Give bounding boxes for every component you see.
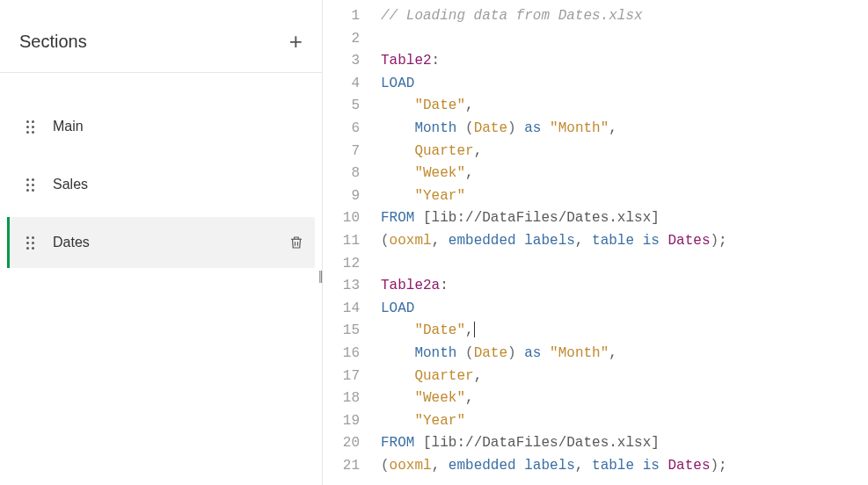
- token-plain: [381, 98, 414, 113]
- code-line[interactable]: Month (Date) as "Month",: [381, 343, 868, 366]
- code-line[interactable]: Quarter,: [381, 141, 868, 163]
- token-plain: [456, 345, 465, 361]
- token-plain: ,: [465, 165, 474, 181]
- code-line[interactable]: (ooxml, embedded labels, table is Dates)…: [381, 230, 868, 253]
- token-plain: ,: [465, 390, 474, 406]
- token-plain: [541, 345, 550, 361]
- line-number: 20: [323, 432, 372, 455]
- token-bracket: [lib://DataFiles/Dates.xlsx]: [423, 210, 660, 226]
- token-plain: ,: [609, 345, 617, 361]
- token-as: as: [524, 120, 541, 136]
- token-func: Month: [414, 345, 456, 361]
- line-number: 3: [323, 50, 372, 73]
- token-keyword: table is: [592, 458, 660, 474]
- token-plain: ,: [575, 458, 592, 474]
- token-id: Quarter: [414, 143, 473, 159]
- token-keyword: embedded labels: [449, 233, 575, 249]
- code-line[interactable]: FROM [lib://DataFiles/Dates.xlsx]: [381, 207, 868, 230]
- token-id: Date: [474, 120, 507, 136]
- code-line[interactable]: Month (Date) as "Month",: [381, 118, 868, 141]
- code-line[interactable]: (ooxml, embedded labels, table is Dates)…: [381, 455, 868, 478]
- section-item-dates[interactable]: Dates: [7, 217, 315, 268]
- token-label: Table2a: [381, 278, 440, 293]
- section-item-sales[interactable]: Sales: [7, 159, 315, 210]
- line-number: 5: [323, 95, 372, 118]
- token-plain: ,: [465, 322, 474, 338]
- code-line[interactable]: Quarter,: [381, 366, 868, 388]
- token-paren: ): [507, 345, 516, 361]
- token-plain: [541, 120, 550, 136]
- token-paren: ): [711, 458, 719, 474]
- token-plain: ,: [432, 458, 449, 474]
- line-number: 6: [323, 118, 372, 141]
- token-paren: (: [465, 345, 474, 361]
- token-string: "Year": [414, 413, 465, 429]
- token-label: Dates: [667, 233, 710, 249]
- token-plain: ,: [465, 98, 474, 113]
- token-plain: [381, 345, 414, 361]
- token-string: "Year": [414, 188, 465, 204]
- code-line[interactable]: "Week",: [381, 163, 868, 185]
- token-plain: [381, 120, 414, 136]
- token-plain: ,: [575, 233, 592, 249]
- token-func: Month: [414, 120, 456, 136]
- drag-handle-icon[interactable]: [23, 120, 37, 134]
- sections-sidebar: Sections + MainSalesDates ||: [0, 0, 323, 485]
- code-line[interactable]: LOAD: [381, 298, 868, 321]
- code-line[interactable]: "Year": [381, 185, 868, 208]
- script-editor[interactable]: 123456789101112131415161718192021 // Loa…: [323, 0, 868, 485]
- line-number: 14: [323, 298, 372, 321]
- token-plain: [381, 390, 414, 406]
- token-plain: :: [440, 278, 449, 293]
- drag-handle-icon[interactable]: [23, 236, 37, 250]
- token-paren: (: [381, 458, 390, 474]
- drag-handle-icon[interactable]: [23, 178, 37, 192]
- code-area[interactable]: // Loading data from Dates.xlsx Table2:L…: [372, 2, 868, 485]
- token-id: ooxml: [390, 458, 432, 474]
- line-number: 1: [323, 5, 372, 28]
- code-line[interactable]: LOAD: [381, 73, 868, 96]
- token-paren: (: [381, 233, 390, 249]
- line-number: 19: [323, 410, 372, 433]
- token-plain: [414, 435, 423, 451]
- token-id: Quarter: [414, 368, 473, 384]
- pane-splitter-handle[interactable]: ||: [318, 269, 325, 286]
- token-plain: [516, 120, 525, 136]
- delete-section-button[interactable]: [288, 234, 304, 251]
- token-plain: ,: [474, 368, 483, 384]
- token-keyword: embedded labels: [449, 458, 575, 474]
- code-line[interactable]: FROM [lib://DataFiles/Dates.xlsx]: [381, 432, 868, 455]
- token-comment: // Loading data from Dates.xlsx: [381, 8, 643, 24]
- token-plain: ,: [432, 233, 449, 249]
- code-line[interactable]: "Date",: [381, 95, 868, 118]
- sidebar-header: Sections +: [0, 0, 322, 73]
- code-line[interactable]: [381, 253, 868, 276]
- token-plain: [414, 210, 423, 226]
- line-number: 11: [323, 230, 372, 253]
- token-as: as: [524, 345, 541, 361]
- code-line[interactable]: Table2a:: [381, 275, 868, 298]
- code-line[interactable]: "Year": [381, 410, 868, 433]
- token-paren: ): [711, 233, 719, 249]
- section-item-main[interactable]: Main: [7, 101, 315, 152]
- token-plain: [381, 322, 414, 338]
- token-plain: [381, 165, 414, 181]
- token-plain: ;: [718, 233, 727, 249]
- code-line[interactable]: [381, 28, 868, 51]
- code-line[interactable]: // Loading data from Dates.xlsx: [381, 5, 868, 28]
- line-number: 17: [323, 366, 372, 388]
- token-string: "Date": [414, 322, 465, 338]
- line-number: 18: [323, 387, 372, 410]
- line-number: 7: [323, 141, 372, 163]
- trash-icon: [288, 234, 304, 251]
- token-label: Table2: [381, 53, 432, 69]
- token-string: "Month": [550, 345, 609, 361]
- code-line[interactable]: "Week",: [381, 387, 868, 410]
- code-line[interactable]: Table2:: [381, 50, 868, 73]
- line-number: 2: [323, 28, 372, 51]
- code-line[interactable]: "Date",: [381, 320, 868, 343]
- token-plain: [381, 368, 414, 384]
- token-string: "Week": [414, 390, 465, 406]
- token-id: ooxml: [390, 233, 432, 249]
- add-section-button[interactable]: +: [289, 30, 303, 53]
